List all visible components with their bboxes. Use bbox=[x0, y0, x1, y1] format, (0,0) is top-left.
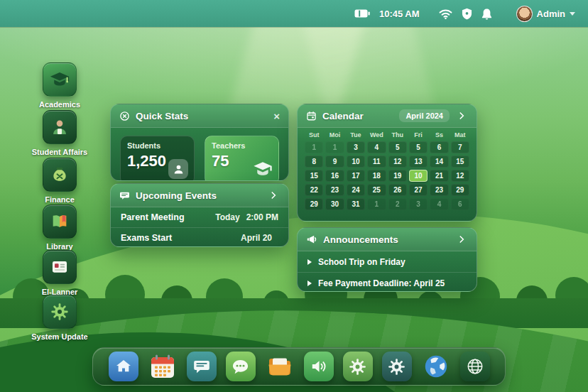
calendar-day[interactable]: 3 bbox=[347, 141, 365, 153]
calendar-day[interactable]: 24 bbox=[347, 184, 365, 196]
calendar-widget: Calendar April 2024 SutMoiTueWedThuFriSs… bbox=[297, 104, 477, 222]
widget-title: Upcoming Events bbox=[136, 190, 217, 201]
desktop-icon-finance[interactable]: Finance bbox=[26, 158, 94, 204]
calendar-day[interactable]: 17 bbox=[347, 170, 365, 182]
event-time: 2:00 PM bbox=[246, 212, 278, 222]
calendar-day[interactable]: 3 bbox=[409, 198, 428, 210]
desktop-icon-system-update[interactable]: System Update bbox=[26, 295, 94, 341]
clock: 10:45 AM bbox=[379, 9, 420, 19]
chevron-down-icon bbox=[570, 12, 575, 16]
announcements-widget: Announcements School Trip on Friday Fee … bbox=[297, 227, 477, 292]
calendar-day[interactable]: 1 bbox=[367, 198, 386, 210]
calendar-day[interactable]: 16 bbox=[325, 170, 344, 182]
globe-grid-icon[interactable] bbox=[460, 352, 490, 381]
calendar-day[interactable]: 15 bbox=[305, 170, 323, 182]
calendar-day[interactable]: 29 bbox=[305, 198, 323, 210]
bell-icon[interactable] bbox=[481, 8, 492, 20]
calendar-day[interactable]: 15 bbox=[451, 156, 469, 168]
calendar-day[interactable]: 26 bbox=[388, 184, 407, 196]
folder-icon[interactable] bbox=[265, 352, 295, 381]
event-row[interactable]: Parent Meeting Today2:00 PM bbox=[111, 207, 288, 227]
close-icon[interactable]: × bbox=[273, 111, 280, 121]
calendar-day[interactable]: 10 bbox=[409, 170, 428, 182]
calendar-day[interactable]: 29 bbox=[451, 184, 469, 196]
megaphone-icon bbox=[306, 234, 317, 245]
desktop-icon-library[interactable]: Library bbox=[26, 205, 94, 251]
calendar-day[interactable]: 22 bbox=[305, 184, 323, 196]
calendar-day[interactable]: 27 bbox=[409, 184, 428, 196]
event-name: Exams Start bbox=[121, 233, 172, 243]
calendar-day[interactable]: 9 bbox=[325, 156, 344, 168]
calendar-day[interactable]: 6 bbox=[430, 141, 448, 153]
calendar-day[interactable]: 31 bbox=[347, 198, 365, 210]
calendar-day-header: Moi bbox=[325, 131, 344, 138]
home-icon[interactable] bbox=[109, 352, 138, 381]
calendar-day[interactable]: 4 bbox=[367, 141, 386, 153]
calendar-day[interactable]: 13 bbox=[409, 156, 428, 168]
message-dots-icon[interactable] bbox=[226, 352, 256, 381]
desktop-icon-student-affairs[interactable]: Student Affairs bbox=[26, 110, 94, 156]
calendar-day[interactable]: 12 bbox=[388, 156, 407, 168]
calendar-icon[interactable] bbox=[148, 352, 178, 381]
chevron-right-icon[interactable] bbox=[267, 189, 280, 202]
earth-icon[interactable] bbox=[421, 352, 451, 381]
calendar-day[interactable]: 1 bbox=[325, 141, 344, 153]
play-arrow-icon bbox=[307, 281, 312, 286]
id-card-icon bbox=[43, 250, 77, 284]
gear-icon[interactable] bbox=[343, 352, 373, 381]
calendar-day[interactable]: 11 bbox=[367, 156, 386, 168]
stat-card-teachers[interactable]: Teachers 75 bbox=[205, 136, 279, 181]
play-arrow-icon bbox=[307, 259, 312, 265]
calendar-day[interactable]: 14 bbox=[430, 156, 448, 168]
menubar: 10:45 AM Admin bbox=[0, 0, 588, 27]
graduation-cap-icon bbox=[251, 158, 274, 180]
announcement-item[interactable]: School Trip on Friday bbox=[298, 251, 477, 272]
announcement-item[interactable]: Fee Payment Deadline: April 25 bbox=[298, 272, 477, 292]
chat-bubble-icon bbox=[119, 190, 130, 201]
stat-label: Students bbox=[127, 141, 187, 150]
calendar-day[interactable]: 18 bbox=[367, 170, 386, 182]
stat-card-students[interactable]: Students 1,250 bbox=[120, 136, 195, 181]
avatar[interactable] bbox=[516, 6, 533, 22]
user-menu[interactable]: Admin bbox=[516, 6, 575, 22]
desktop-icon-label: Finance bbox=[45, 195, 75, 204]
calendar-day-header: Tue bbox=[347, 131, 365, 138]
graduation-cap-icon bbox=[43, 62, 77, 97]
chevron-right-icon[interactable] bbox=[455, 233, 468, 246]
user-name: Admin bbox=[537, 9, 565, 19]
speaker-icon[interactable] bbox=[304, 352, 334, 381]
calendar-day[interactable]: 5 bbox=[388, 141, 407, 153]
calendar-day-header: Ss bbox=[430, 131, 448, 138]
calendar-day[interactable]: 8 bbox=[305, 156, 323, 168]
desktop-icon-label: Academics bbox=[39, 100, 80, 109]
calendar-day[interactable]: 21 bbox=[430, 170, 448, 182]
events-list: Parent Meeting Today2:00 PM Exams Start … bbox=[111, 207, 288, 247]
desktop-icon-el-lanner[interactable]: El-Lanner bbox=[26, 250, 94, 296]
calendar-day[interactable]: 23 bbox=[430, 184, 448, 196]
month-selector[interactable]: April 2024 bbox=[399, 109, 450, 122]
calendar-day[interactable]: 6 bbox=[451, 198, 469, 210]
calendar-day[interactable]: 7 bbox=[451, 141, 469, 153]
gear-icon[interactable] bbox=[382, 352, 412, 381]
calendar-day[interactable]: 30 bbox=[325, 198, 344, 210]
calendar-day[interactable]: 1 bbox=[305, 141, 323, 153]
shield-icon[interactable] bbox=[462, 8, 472, 20]
desktop-icon-academics[interactable]: Academics bbox=[26, 62, 94, 109]
quick-stats-widget: Quick Stats × Students 1,250 Teachers 75 bbox=[110, 104, 289, 181]
wifi-icon[interactable] bbox=[439, 9, 452, 19]
calendar-day[interactable]: 25 bbox=[367, 184, 386, 196]
event-row[interactable]: Exams Start April 20 bbox=[111, 227, 288, 247]
calendar-day[interactable]: 12 bbox=[451, 170, 469, 182]
calendar-day[interactable]: 10 bbox=[347, 156, 365, 168]
calendar-day[interactable]: 2 bbox=[388, 198, 407, 210]
stats-icon bbox=[119, 111, 130, 121]
calendar-day[interactable]: 23 bbox=[325, 184, 344, 196]
widget-title: Calendar bbox=[322, 111, 364, 121]
calendar-day[interactable]: 5 bbox=[409, 141, 428, 153]
chat-lines-icon[interactable] bbox=[187, 352, 217, 381]
desktop-icon-label: System Update bbox=[31, 332, 87, 341]
calendar-day[interactable]: 19 bbox=[388, 170, 407, 182]
open-book-icon bbox=[43, 205, 77, 239]
chevron-right-icon[interactable] bbox=[455, 109, 468, 122]
calendar-day[interactable]: 4 bbox=[430, 198, 448, 210]
